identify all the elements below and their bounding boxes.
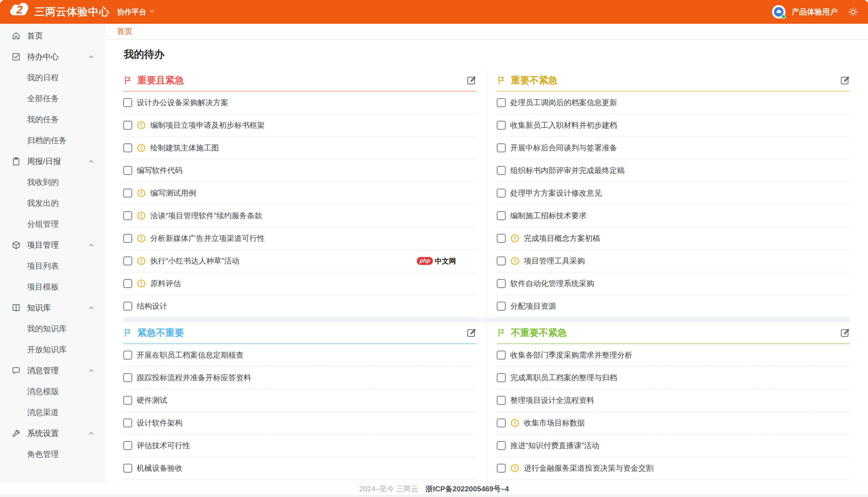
sidebar-item-my-knowledge[interactable]: 我的知识库 — [0, 318, 105, 339]
sidebar-item-label: 我的任务 — [27, 114, 59, 125]
app-header: 2 三两云体验中心 协作平台 产品体验用户 — [0, 0, 868, 24]
task-checkbox[interactable] — [497, 373, 506, 382]
task-checkbox[interactable] — [123, 188, 132, 198]
chevron-up-icon[interactable] — [88, 430, 95, 437]
task-checkbox[interactable] — [497, 256, 506, 266]
task-row — [497, 480, 850, 483]
task-checkbox[interactable] — [497, 302, 506, 311]
task-checkbox[interactable] — [497, 211, 506, 220]
page-title: 我的待办 — [124, 47, 850, 61]
sidebar-item-archived-tasks[interactable]: 归档的任务 — [0, 130, 105, 151]
sidebar-item-message-channel[interactable]: 消息渠道 — [0, 402, 105, 423]
task-row: 整理项目设计全流程资料 — [497, 389, 850, 412]
task-checkbox[interactable] — [497, 234, 506, 243]
quadrant-title: 不重要不紧急 — [511, 327, 567, 339]
sidebar-item-my-schedule[interactable]: 我的日程 — [0, 67, 105, 88]
task-text: 收集各部门季度采购需求并整理分析 — [510, 350, 632, 360]
task-text: 收集新员工入职材料并初步建档 — [510, 120, 617, 130]
sidebar-item-todo-center[interactable]: 待办中心 — [0, 46, 105, 67]
task-checkbox[interactable] — [123, 373, 132, 382]
task-row: 完成项目概念方案初稿 — [497, 227, 850, 250]
quadrant-urgent-not-important: 紧急不重要开展在职员工档案信息定期核查跟踪投标流程并准备开标应答资料硬件测试设计… — [123, 322, 476, 483]
app-title: 三两云体验中心 — [34, 5, 109, 19]
task-checkbox[interactable] — [497, 351, 506, 359]
task-checkbox[interactable] — [123, 302, 132, 311]
task-checkbox[interactable] — [123, 396, 132, 405]
chevron-up-icon[interactable] — [88, 158, 95, 165]
task-row: 编制项目立项申请及初步标书框架 — [123, 114, 476, 137]
chevron-up-icon[interactable] — [88, 241, 95, 249]
task-checkbox[interactable] — [123, 279, 132, 288]
task-text: 绘制建筑主体施工图 — [150, 143, 219, 153]
task-text: 洽谈“项目管理软件”续约服务条款 — [150, 211, 262, 221]
task-checkbox[interactable] — [123, 256, 132, 266]
workspace-switcher[interactable]: 协作平台 — [117, 7, 156, 17]
sidebar-item-label: 角色管理 — [27, 449, 59, 460]
task-text: 收集市场目标数据 — [524, 418, 585, 428]
theme-toggle-sun-icon[interactable] — [848, 6, 858, 17]
task-checkbox[interactable] — [497, 98, 506, 107]
avatar[interactable] — [772, 5, 785, 19]
task-checkbox[interactable] — [497, 464, 506, 473]
task-text: 进行金融服务渠道投资决策与资金交割 — [524, 463, 653, 473]
sidebar-item-label: 系统设置 — [27, 428, 59, 439]
chevron-up-icon[interactable] — [88, 53, 95, 60]
sidebar-item-group-management[interactable]: 分组管理 — [0, 214, 105, 235]
task-row: 处理员工调岗后的档案信息更新 — [497, 91, 850, 114]
task-row: 开展中标后合同谈判与签署准备 — [497, 137, 850, 159]
task-checkbox[interactable] — [123, 441, 132, 450]
sidebar-item-weekly-daily-report[interactable]: 周报/日报 — [0, 151, 105, 172]
task-row — [123, 480, 476, 483]
sidebar-item-project-list[interactable]: 项目列表 — [0, 256, 105, 276]
task-checkbox[interactable] — [123, 418, 132, 427]
task-checkbox[interactable] — [123, 211, 132, 220]
task-checkbox[interactable] — [123, 143, 132, 152]
sidebar-item-sent[interactable]: 我发出的 — [0, 193, 105, 214]
task-checkbox[interactable] — [497, 188, 506, 198]
todo-icon — [11, 52, 21, 62]
content-area: 我的待办 重要且紧急设计办公设备采购解决方案编制项目立项申请及初步标书框架绘制建… — [105, 40, 868, 483]
sidebar-item-received[interactable]: 我收到的 — [0, 172, 105, 193]
sidebar-item-system-settings[interactable]: 系统设置 — [0, 423, 105, 444]
task-checkbox[interactable] — [123, 351, 132, 359]
task-checkbox[interactable] — [497, 166, 506, 175]
task-checkbox[interactable] — [123, 464, 132, 473]
sidebar-item-project-management[interactable]: 项目管理 — [0, 235, 105, 256]
task-checkbox[interactable] — [123, 234, 132, 243]
task-checkbox[interactable] — [123, 98, 132, 107]
sidebar-item-my-tasks[interactable]: 我的任务 — [0, 109, 105, 130]
edit-quadrant-button[interactable] — [840, 75, 850, 85]
flag-icon — [123, 75, 133, 85]
sidebar-item-message-management[interactable]: 消息管理 — [0, 360, 105, 381]
sidebar-item-project-template[interactable]: 项目模板 — [0, 276, 105, 297]
task-row: 设计办公设备采购解决方案 — [123, 91, 476, 114]
task-text: 开展在职员工档案信息定期核查 — [137, 350, 244, 360]
edit-quadrant-button[interactable] — [466, 75, 476, 85]
task-checkbox[interactable] — [497, 279, 506, 288]
edit-quadrant-button[interactable] — [466, 328, 476, 338]
warning-icon — [137, 188, 146, 198]
breadcrumb-home-link[interactable]: 首页 — [117, 26, 132, 37]
sidebar-item-message-template[interactable]: 消息模版 — [0, 381, 105, 402]
task-checkbox[interactable] — [497, 396, 506, 405]
task-checkbox[interactable] — [497, 143, 506, 152]
sidebar-item-knowledge-base[interactable]: 知识库 — [0, 297, 105, 318]
sidebar-item-role-management[interactable]: 角色管理 — [0, 444, 105, 465]
sidebar-item-open-knowledge[interactable]: 开放知识库 — [0, 339, 105, 360]
sidebar-item-label: 项目管理 — [27, 240, 59, 251]
task-row: 评估技术可行性 — [123, 435, 476, 457]
flag-icon — [497, 328, 506, 338]
task-checkbox[interactable] — [123, 121, 132, 130]
task-checkbox[interactable] — [123, 166, 132, 175]
icp-license-link[interactable]: 浙ICP备2022005469号–4 — [426, 484, 509, 494]
chevron-up-icon[interactable] — [88, 304, 95, 312]
task-text: 开展中标后合同谈判与签署准备 — [510, 143, 617, 153]
sidebar-item-all-tasks[interactable]: 全部任务 — [0, 88, 105, 109]
task-checkbox[interactable] — [497, 418, 506, 427]
task-text: 评估技术可行性 — [137, 440, 190, 451]
chevron-up-icon[interactable] — [88, 367, 95, 374]
edit-quadrant-button[interactable] — [840, 328, 850, 338]
task-checkbox[interactable] — [497, 441, 506, 450]
sidebar-item-home[interactable]: 首页 — [0, 26, 105, 46]
task-checkbox[interactable] — [497, 121, 506, 130]
